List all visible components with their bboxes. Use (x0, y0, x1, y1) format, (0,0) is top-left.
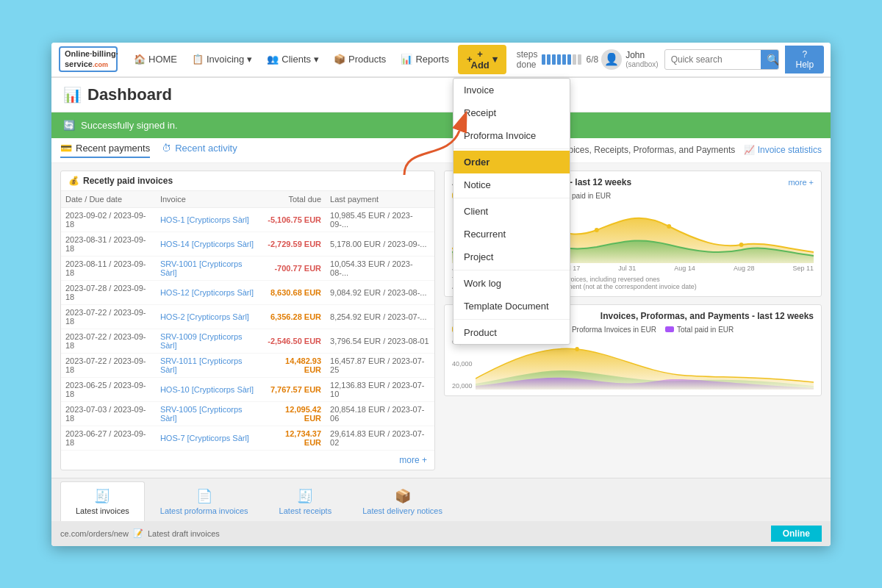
logo[interactable]: Online·billing· service.com (59, 46, 118, 71)
step-bar-7 (573, 54, 576, 65)
step-bar-2 (547, 54, 551, 65)
tab-latest-proforma[interactable]: 📄 Latest proforma invoices (145, 481, 264, 521)
step-bar-8 (578, 54, 581, 65)
dropdown-item-receipt[interactable]: Receipt (453, 101, 570, 124)
bottom-bar-left: ce.com/orders/new 📝 Latest draft invoice… (60, 528, 220, 538)
cell-date: 2023-07-22 / 2023-09-18 (61, 304, 156, 329)
dropdown-item-invoice[interactable]: Invoice (453, 79, 570, 101)
chart1-more[interactable]: more + (788, 178, 814, 187)
cell-payment: 10,985.45 EUR / 2023-09-... (326, 207, 434, 232)
chart1-dot (739, 243, 744, 247)
top-nav: Online·billing· service.com 🏠 HOME 📋 Inv… (51, 43, 831, 78)
dropdown-item-template-document[interactable]: Template Document (453, 295, 570, 318)
left-panel: 💰 Recetly paid invoices Date / Due date … (60, 171, 435, 470)
search-button[interactable]: 🔍 (761, 50, 780, 69)
user-info: 👤 John (sandbox) (601, 49, 658, 70)
cell-invoice[interactable]: SRV-1005 [Crypticorps Sàrl] (156, 401, 262, 426)
dropdown-icon: ▾ (492, 54, 498, 65)
cell-invoice[interactable]: HOS-2 [Crypticorps Sàrl] (156, 304, 262, 329)
table-header-row: Date / Due date Invoice Total due Last p… (61, 191, 434, 208)
cell-payment: 8,254.92 EUR / 2023-07-... (326, 304, 434, 329)
more-link[interactable]: more + (61, 451, 434, 470)
chart1-dot (595, 228, 599, 232)
section-nav: 💳 Recent payments ⏱ Recent activity 🧾 In… (51, 138, 831, 163)
cell-invoice[interactable]: SRV-1011 [Crypticorps Sàrl] (156, 353, 262, 377)
dropdown-item-proforma-invoice[interactable]: Proforma Invoice (453, 124, 570, 147)
tab-latest-receipts[interactable]: 🧾 Latest receipts (264, 481, 348, 521)
draft-label[interactable]: Latest draft invoices (148, 529, 220, 538)
invoicing-icon: 📋 (192, 54, 204, 65)
steps-bars (542, 54, 581, 65)
table-row: 2023-08-31 / 2023-09-18 HOS-14 [Cryptico… (61, 232, 434, 256)
cell-payment: 3,796.54 EUR / 2023-08-01 (326, 329, 434, 353)
chart2-peak-dot (575, 347, 579, 351)
tab-latest-invoices[interactable]: 🧾 Latest invoices (60, 481, 145, 521)
cell-date: 2023-07-22 / 2023-09-18 (61, 353, 156, 377)
success-text: Successfully signed in. (81, 120, 178, 131)
cell-payment: 29,614.83 EUR / 2023-07-02 (326, 426, 434, 450)
nav-products[interactable]: 📦 Products (328, 51, 392, 68)
step-bar-4 (557, 54, 561, 65)
nav-home[interactable]: 🏠 HOME (128, 51, 183, 68)
stats-icon: 📈 (744, 145, 755, 155)
table-row: 2023-07-22 / 2023-09-18 SRV-1011 [Crypti… (61, 353, 434, 377)
bottom-tabs-container: 🧾 Latest invoices 📄 Latest proforma invo… (51, 478, 831, 521)
products-icon: 📦 (334, 54, 345, 65)
cell-invoice[interactable]: SRV-1001 [Crypticorps Sàrl] (156, 256, 262, 280)
dashboard-header: 📊 Dashboard (51, 78, 831, 112)
cell-invoice[interactable]: HOS-1 [Crypticorps Sàrl] (156, 207, 262, 232)
cell-invoice[interactable]: HOS-14 [Crypticorps Sàrl] (156, 232, 262, 256)
table-row: 2023-09-02 / 2023-09-18 HOS-1 [Crypticor… (61, 207, 434, 232)
cell-total: -700.77 EUR (262, 256, 326, 280)
search-box: 🔍 (664, 49, 780, 70)
cell-payment: 20,854.18 EUR / 2023-07-06 (326, 401, 434, 426)
chart2-svg (476, 338, 814, 390)
user-subtitle: (sandbox) (625, 60, 658, 68)
add-button[interactable]: + + Add ▾ (458, 45, 506, 74)
cell-date: 2023-09-02 / 2023-09-18 (61, 207, 156, 232)
step-bar-5 (562, 54, 566, 65)
help-button[interactable]: ? Help (785, 46, 824, 74)
nav-invoicing[interactable]: 📋 Invoicing ▾ (186, 51, 258, 68)
activity-icon: ⏱ (162, 143, 171, 154)
cell-total: -5,106.75 EUR (262, 207, 326, 232)
nav-reports[interactable]: 📊 Reports (395, 51, 455, 68)
recent-paid-box: 💰 Recetly paid invoices Date / Due date … (60, 171, 435, 470)
cell-payment: 9,084.92 EUR / 2023-08-... (326, 280, 434, 304)
cell-total: -2,729.59 EUR (262, 232, 326, 256)
dropdown-item-notice[interactable]: Notice (453, 173, 570, 196)
cell-date: 2023-08-31 / 2023-09-18 (61, 232, 156, 256)
cell-invoice[interactable]: SRV-1009 [Crypticorps Sàrl] (156, 329, 262, 353)
cell-invoice[interactable]: HOS-10 [Crypticorps Sàrl] (156, 377, 262, 401)
cell-total: 8,630.68 EUR (262, 280, 326, 304)
dropdown-item-project[interactable]: Project (453, 245, 570, 268)
dropdown-item-recurrent[interactable]: Recurrent (453, 223, 570, 245)
payments-icon: 💳 (60, 143, 72, 154)
dropdown-item-order[interactable]: Order (453, 151, 570, 173)
invoice-statistics-link[interactable]: 📈 Invoice statistics (744, 145, 822, 155)
cell-payment: 10,054.33 EUR / 2023-08-... (326, 256, 434, 280)
success-banner: 🔄 Successfully signed in. (51, 112, 831, 138)
nav-clients[interactable]: 👥 Clients ▾ (261, 51, 325, 68)
chart1-dot (667, 224, 671, 229)
cell-invoice[interactable]: HOS-7 [Crypticorps Sàrl] (156, 426, 262, 450)
dropdown-divider (453, 319, 570, 320)
dropdown-divider (453, 198, 570, 198)
search-input[interactable] (665, 51, 761, 68)
cell-date: 2023-07-22 / 2023-09-18 (61, 329, 156, 353)
cell-total: 6,356.28 EUR (262, 304, 326, 329)
chart2-container (476, 338, 814, 390)
dropdown-item-product[interactable]: Product (453, 321, 570, 344)
help-icon: ? (803, 49, 808, 60)
dropdown-item-work-log[interactable]: Work log (453, 272, 570, 295)
tab-recent-activity[interactable]: ⏱ Recent activity (162, 143, 237, 158)
col-payment: Last payment (326, 191, 434, 208)
cell-invoice[interactable]: HOS-12 [Crypticorps Sàrl] (156, 280, 262, 304)
dropdown-item-client[interactable]: Client (453, 200, 570, 223)
cell-payment: 16,457.87 EUR / 2023-07-25 (326, 353, 434, 377)
receipts-tab-icon: 🧾 (297, 488, 313, 504)
table-row: 2023-08-11 / 2023-09-18 SRV-1001 [Crypti… (61, 256, 434, 280)
dropdown-divider (453, 148, 570, 149)
tab-latest-delivery[interactable]: 📦 Latest delivery notices (347, 481, 458, 521)
tab-recent-payments[interactable]: 💳 Recent payments (60, 143, 150, 158)
